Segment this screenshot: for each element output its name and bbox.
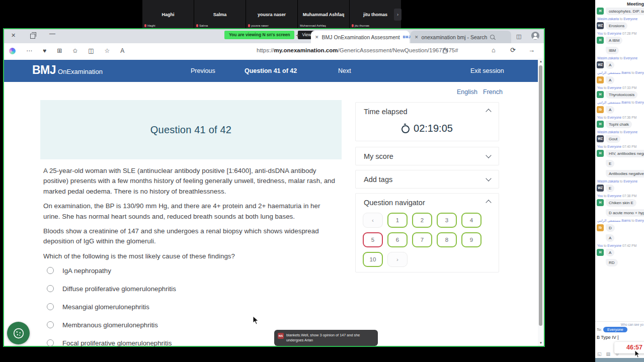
- tab-close-icon[interactable]: ✕: [315, 35, 319, 40]
- radio-button[interactable]: [47, 267, 54, 274]
- chat-bubble: Tophi chalk: [606, 121, 632, 128]
- read-aloud-icon[interactable]: A: [120, 47, 124, 54]
- question-nav-button[interactable]: 9: [461, 232, 481, 247]
- question-nav-button[interactable]: 6: [387, 232, 408, 247]
- question-prompt: Which of the following is the most likel…: [43, 251, 337, 261]
- reader-lock-icon[interactable]: [443, 49, 447, 53]
- window-close-button[interactable]: ✕: [11, 32, 16, 39]
- mic-muted-icon: [352, 24, 354, 27]
- participant-tile[interactable]: jitu thomas jitu thomas: [350, 0, 401, 29]
- question-nav-button[interactable]: 4: [461, 213, 481, 228]
- share-screen-icon[interactable]: ◱: [597, 351, 602, 356]
- search-icon: [490, 35, 495, 39]
- question-nav-button[interactable]: 3: [437, 213, 457, 228]
- answer-option[interactable]: Diffuse proliferative glomerulonephritis: [47, 284, 176, 294]
- chat-panel-title: Meeting: [627, 2, 644, 7]
- chat-privacy-note[interactable]: Who can see yo: [621, 323, 643, 326]
- new-tab-button[interactable]: +: [296, 32, 300, 39]
- answer-option[interactable]: Membranous glomerulonephritis: [47, 320, 176, 330]
- recipient-selector[interactable]: Everyone: [603, 327, 627, 332]
- language-french-link[interactable]: French: [483, 88, 503, 96]
- question-nav-button[interactable]: 2: [412, 213, 432, 228]
- favorite-star-icon[interactable]: ☆: [105, 47, 110, 54]
- tab-close-icon[interactable]: ✕: [415, 35, 419, 40]
- answer-option-label: Focal proliferative glomerulonephritis: [62, 339, 172, 347]
- collapse-icon[interactable]: [486, 109, 491, 114]
- answer-option[interactable]: Mesangial glomerulonephritis: [47, 302, 176, 312]
- chat-avatar: H: [597, 249, 604, 256]
- favorites-list-icon[interactable]: ✩: [72, 47, 77, 54]
- copilot-icon[interactable]: [9, 48, 16, 54]
- chat-bubble: A IBM: [606, 37, 622, 44]
- expand-icon[interactable]: [486, 152, 491, 158]
- expand-icon[interactable]: [486, 175, 491, 181]
- participant-name: jitu thomas: [350, 12, 401, 17]
- scrollbar-thumb[interactable]: [539, 65, 542, 326]
- more-options-icon[interactable]: ⋯: [26, 47, 32, 54]
- question-nav-button[interactable]: ‹: [363, 213, 383, 228]
- radio-button[interactable]: [47, 339, 54, 346]
- window-minimize-button[interactable]: —: [49, 30, 55, 37]
- question-nav-button[interactable]: 10: [363, 252, 383, 267]
- time-elapsed-card: Time elapsed 02:19:05: [355, 102, 499, 141]
- question-nav-button[interactable]: 1: [387, 213, 408, 228]
- chat-avatar: Ib: [597, 224, 604, 231]
- language-english-link[interactable]: English: [457, 88, 477, 96]
- participant-label: yousra naser: [248, 24, 269, 27]
- question-nav-button[interactable]: 8: [437, 232, 457, 247]
- exit-session-button[interactable]: Exit session: [470, 67, 504, 74]
- question-navigator-header[interactable]: Question navigator: [356, 194, 499, 212]
- question-navigator-grid: ‹ 1 2 3 4 5 6 7 8 9 10 ›: [356, 212, 499, 268]
- tab-search[interactable]: ✕ onexamination bmj - Search: [411, 31, 511, 43]
- question-nav-button[interactable]: 7: [412, 232, 432, 247]
- answer-option[interactable]: Focal proliferative glomerulonephritis: [47, 338, 176, 348]
- scroll-down-icon[interactable]: ▼: [538, 341, 544, 344]
- radio-button[interactable]: [47, 321, 54, 328]
- family-safety-icon[interactable]: ♥: [43, 47, 46, 54]
- chat-message-meta: You to Everyone 07:38 PM: [597, 194, 644, 198]
- participant-name: yousra naser: [246, 12, 297, 17]
- forward-icon[interactable]: →: [528, 46, 535, 54]
- question-paragraph: A 25-year-old woman with SLE (antinuclea…: [43, 166, 337, 197]
- next-button[interactable]: Next: [338, 67, 351, 74]
- chat-message: You to Everyone 07:38 PM H Chiken skin E…: [597, 194, 644, 217]
- more-participants-button[interactable]: ›: [394, 9, 401, 21]
- collapse-icon[interactable]: [486, 200, 491, 205]
- question-counter: Question 41 of 42: [245, 67, 297, 74]
- refresh-icon[interactable]: ⟳: [510, 46, 516, 54]
- question-nav-button[interactable]: 5: [363, 232, 383, 247]
- chat-bubble: Gout: [606, 135, 620, 143]
- chat-message: Wasim.zakaria to Everyone WZ Gout: [597, 130, 644, 143]
- chat-message-list[interactable]: H osteophytes. DIP. scleros Wasim.zakari…: [597, 8, 644, 322]
- profile-avatar[interactable]: [531, 32, 539, 40]
- split-screen-icon[interactable]: ◫: [88, 47, 94, 54]
- participant-label: Salma: [196, 24, 208, 27]
- chat-input[interactable]: B Type IV |: [597, 335, 619, 340]
- collections-icon[interactable]: ⊞: [57, 47, 62, 54]
- chat-bubble: E: [606, 185, 614, 192]
- window-restore-button[interactable]: [30, 34, 35, 39]
- mouse-cursor-secondary: [634, 350, 640, 358]
- cookie-settings-button[interactable]: [7, 322, 30, 344]
- participant-tile[interactable]: yousra naser yousra naser: [246, 0, 297, 29]
- my-score-header[interactable]: My score: [356, 147, 499, 165]
- address-bar[interactable]: https://my.onexamination.com/GenericAsse…: [257, 47, 458, 53]
- time-elapsed-header[interactable]: Time elapsed: [356, 103, 499, 121]
- question-nav-button[interactable]: ›: [387, 252, 408, 267]
- home-icon[interactable]: ⌂: [492, 46, 496, 54]
- page-scrollbar[interactable]: ▲ ▼: [538, 58, 544, 346]
- chat-message: مستشفى الرامي.Ibarns to Everyone Ib A: [597, 101, 644, 114]
- add-tags-header[interactable]: Add tags: [356, 170, 499, 189]
- previous-button[interactable]: Previous: [191, 67, 215, 74]
- scroll-up-icon[interactable]: ▲: [538, 60, 544, 63]
- participant-tile[interactable]: Muhammad Ashfaq Muhammad Ashfaq: [298, 0, 349, 29]
- radio-button[interactable]: [47, 285, 54, 292]
- answer-option[interactable]: IgA nephropathy: [47, 265, 176, 276]
- radio-button[interactable]: [47, 303, 54, 310]
- tab-bmj-assessment[interactable]: ✕ BMJ OnExamination Assessment BMJ: [311, 31, 410, 43]
- bmj-onexamination-logo[interactable]: BMJ OnExamination: [32, 63, 103, 77]
- tab-actions-icon[interactable]: ◫: [516, 33, 521, 40]
- participant-tile[interactable]: Haghi Haghi: [142, 0, 194, 29]
- attach-file-icon[interactable]: ▤: [606, 351, 611, 356]
- participant-tile[interactable]: Salma Salma: [194, 0, 246, 29]
